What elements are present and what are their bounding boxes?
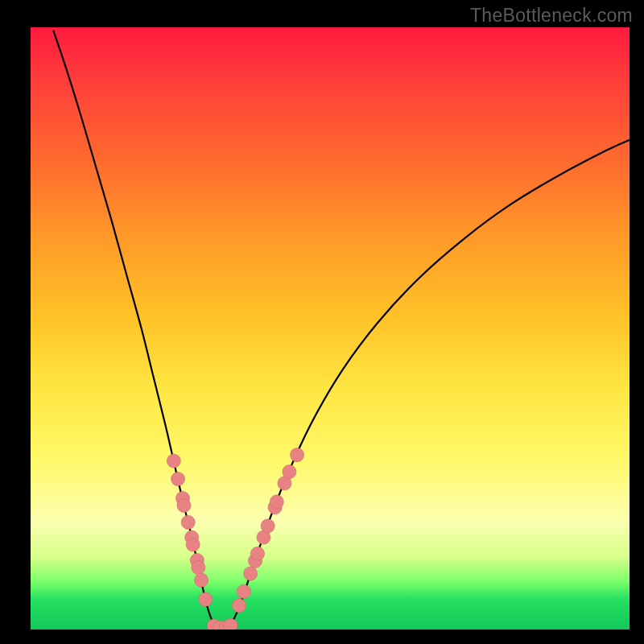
data-point-right bbox=[232, 599, 246, 613]
data-point-left bbox=[181, 515, 195, 529]
bottleneck-curve bbox=[53, 31, 630, 629]
data-point-left bbox=[192, 560, 205, 574]
data-point-right bbox=[237, 584, 250, 598]
watermark-label: TheBottleneck.com bbox=[470, 5, 633, 27]
data-point-right bbox=[250, 547, 264, 560]
data-point-right bbox=[291, 448, 304, 462]
data-point-right bbox=[261, 519, 275, 533]
data-point-left bbox=[171, 472, 184, 485]
data-point-left bbox=[199, 592, 213, 606]
chart-svg bbox=[31, 27, 630, 630]
data-point-right bbox=[270, 495, 283, 509]
data-point-left bbox=[177, 498, 191, 512]
data-point-right bbox=[283, 464, 296, 478]
data-point-left bbox=[186, 538, 200, 551]
data-point-right bbox=[243, 567, 257, 580]
data-point-left bbox=[194, 573, 208, 587]
chart-stage: { "watermark": "TheBottleneck.com", "pan… bbox=[0, 0, 644, 644]
data-point-bottom bbox=[224, 618, 237, 630]
data-point-left bbox=[167, 454, 180, 468]
